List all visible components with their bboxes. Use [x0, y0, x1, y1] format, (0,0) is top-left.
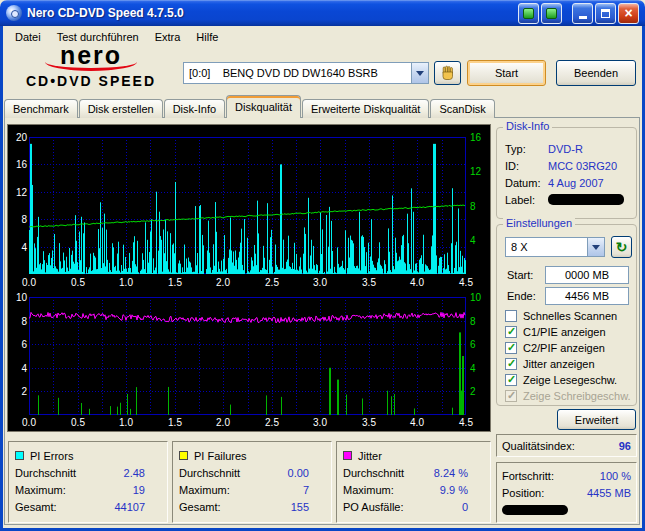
stat-row: Gesamt:44107	[15, 498, 161, 515]
menu-extra[interactable]: Extra	[147, 29, 189, 45]
axis-tick-label: 4	[470, 364, 476, 373]
position-value: 4455 MB	[587, 487, 631, 499]
tab-label: Benchmark	[13, 103, 69, 115]
start-field[interactable]: 0000 MB	[545, 266, 629, 284]
axis-tick-label: 2.0	[212, 417, 234, 428]
checkbox-label: Schnelles Scannen	[523, 310, 617, 322]
checkbox-jitter[interactable]: Jitter anzeigen	[505, 357, 595, 371]
exit-button-label: Beenden	[574, 67, 618, 79]
hand-tool-button[interactable]	[434, 61, 461, 85]
start-field-value: 0000 MB	[565, 269, 609, 281]
checkbox-box[interactable]	[505, 342, 517, 354]
axis-tick-label: 3.0	[309, 417, 331, 428]
exit-button[interactable]: Beenden	[556, 60, 636, 86]
stat-row: Durchschnitt2.48	[15, 464, 161, 481]
jitter-legend-swatch	[343, 451, 352, 460]
axis-tick-label: 4.5	[455, 277, 477, 288]
stat-title: PI Failures	[194, 450, 247, 462]
progress-panel: Fortschritt: 100 % Position: 4455 MB	[496, 462, 637, 523]
nero-logo: nero CD•DVD SPEED	[10, 44, 172, 89]
nero-logo-text: nero	[10, 44, 172, 67]
stat-label: Maximum:	[343, 484, 394, 496]
stat-row: Maximum:19	[15, 481, 161, 498]
minimize-button[interactable]	[572, 3, 593, 24]
maximize-button[interactable]	[595, 3, 616, 24]
row-label: Datum:	[505, 177, 548, 189]
chevron-down-icon[interactable]	[411, 63, 428, 83]
checkbox-label: C1/PIE anzeigen	[523, 326, 606, 338]
jitter-right-axis: 246810	[468, 297, 491, 415]
tab-erweiterte-diskqualitaet[interactable]: Erweiterte Diskqualität	[302, 99, 429, 118]
green-tile-icon	[523, 8, 534, 19]
tab-scandisk[interactable]: ScanDisk	[430, 99, 494, 118]
stat-label: Maximum:	[179, 484, 230, 496]
disk-info-group: Disk-Info Typ: DVD-R ID: MCC 03RG20 Datu…	[496, 127, 637, 219]
window-title: Nero CD-DVD Speed 4.7.5.0	[27, 6, 518, 20]
quality-index-panel: Qualitätsindex: 96	[496, 434, 637, 457]
checkbox-box[interactable]	[505, 374, 517, 386]
title-extra-button-1[interactable]	[518, 3, 539, 24]
checkbox-c2-pif[interactable]: C2/PIF anzeigen	[505, 341, 605, 355]
quality-index-label: Qualitätsindex:	[502, 440, 575, 452]
pi-errors-legend-swatch	[15, 451, 24, 460]
axis-tick-label: 2	[470, 387, 476, 396]
checkbox-label: C2/PIF anzeigen	[523, 342, 605, 354]
pi-errors-left-axis: 48121620	[8, 137, 27, 274]
checkbox-box[interactable]	[505, 358, 517, 370]
refresh-icon: ↻	[616, 240, 628, 254]
hand-icon	[440, 65, 456, 81]
axis-tick-label: 2.5	[261, 277, 283, 288]
checkbox-schnelles-scannen[interactable]: Schnelles Scannen	[505, 309, 617, 323]
stat-row: Maximum:7	[179, 481, 325, 498]
nero-logo-product: CD•DVD SPEED	[10, 73, 172, 89]
menu-test-durchfuehren[interactable]: Test durchführen	[49, 29, 147, 45]
redacted-label-value	[548, 194, 624, 205]
stat-header: PI Failures	[179, 447, 325, 464]
stat-value: 2.48	[124, 467, 145, 479]
stat-title: Jitter	[358, 450, 382, 462]
stat-label: PO Ausfälle:	[343, 501, 404, 513]
axis-tick-label: 0.5	[67, 277, 89, 288]
menu-datei[interactable]: Datei	[7, 29, 49, 45]
jitter-left-axis: 246810	[8, 297, 27, 415]
tab-disk-erstellen[interactable]: Disk erstellen	[79, 99, 163, 118]
tab-benchmark[interactable]: Benchmark	[4, 99, 78, 118]
jitter-stats-panel: Jitter Durchschnitt8.24 % Maximum:9.9 % …	[336, 441, 491, 523]
close-button[interactable]: ×	[618, 3, 639, 24]
speed-select[interactable]: 8 X	[505, 237, 605, 257]
tab-label: Diskqualität	[235, 101, 292, 113]
row-value: MCC 03RG20	[548, 160, 617, 172]
title-extra-button-2[interactable]	[541, 3, 562, 24]
axis-tick-label: 4.5	[455, 417, 477, 428]
end-field[interactable]: 4456 MB	[545, 287, 629, 305]
menu-hilfe[interactable]: Hilfe	[188, 29, 226, 45]
checkbox-zeige-lesegeschw[interactable]: Zeige Lesegeschw.	[505, 373, 617, 387]
end-field-label: Ende:	[507, 290, 536, 302]
tab-diskqualitaet[interactable]: Diskqualität	[226, 95, 301, 118]
start-button[interactable]: Start	[467, 60, 546, 86]
checkbox-box[interactable]	[505, 310, 517, 322]
title-bar: Nero CD-DVD Speed 4.7.5.0 ×	[0, 0, 645, 26]
refresh-button[interactable]: ↻	[611, 236, 632, 258]
chevron-down-icon[interactable]	[587, 238, 604, 256]
checkbox-box[interactable]	[505, 326, 517, 338]
stat-value: 8.24 %	[434, 467, 468, 479]
checkbox-c1-pie[interactable]: C1/PIE anzeigen	[505, 325, 606, 339]
pi-errors-stats-panel: PI Errors Durchschnitt2.48 Maximum:19 Ge…	[8, 441, 168, 523]
drive-select[interactable]: [0:0] BENQ DVD DD DW1640 BSRB	[183, 62, 429, 84]
drive-select-value: [0:0] BENQ DVD DD DW1640 BSRB	[184, 67, 411, 79]
axis-tick-label: 1.0	[115, 277, 137, 288]
position-row: Position: 4455 MB	[502, 484, 631, 501]
start-field-label: Start:	[507, 269, 533, 281]
axis-tick-label: 8	[470, 202, 476, 211]
stat-row: Maximum:9.9 %	[343, 481, 484, 498]
stat-value: 44107	[114, 501, 145, 513]
axis-tick-label: 4	[470, 236, 476, 245]
axis-tick-label: 8	[21, 317, 27, 326]
advanced-button[interactable]: Erweitert	[557, 409, 636, 430]
app-disc-icon	[6, 5, 22, 21]
quality-index-value: 96	[619, 440, 631, 452]
tab-disk-info[interactable]: Disk-Info	[164, 99, 225, 118]
end-field-value: 4456 MB	[565, 290, 609, 302]
stat-label: Maximum:	[15, 484, 66, 496]
